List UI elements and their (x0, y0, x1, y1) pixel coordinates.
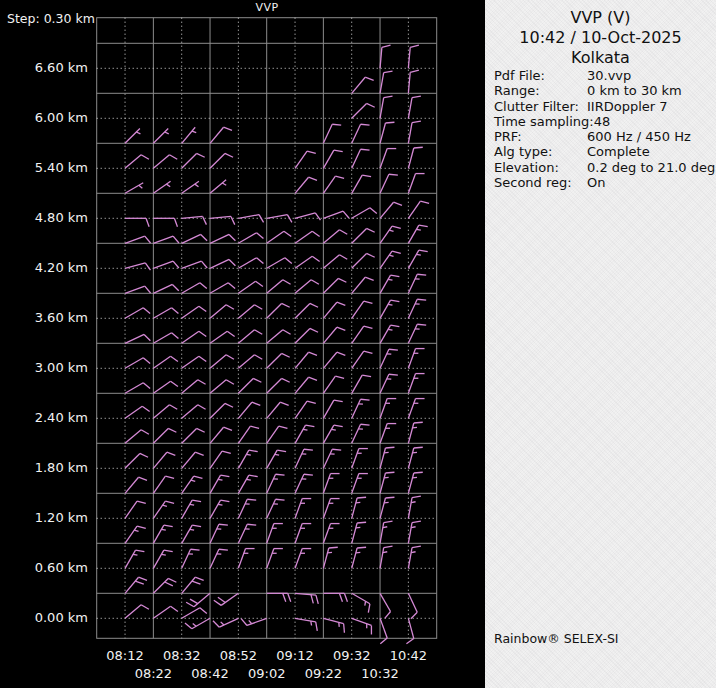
wind-barb-stroke (219, 549, 228, 550)
wind-barb-stroke (385, 497, 394, 498)
wind-barb-stroke (385, 472, 394, 473)
wind-barb-stroke (411, 552, 415, 553)
product-parameters: Pdf File:30.vvpRange:0 km to 30 kmClutte… (494, 68, 712, 190)
wind-barb-stroke (383, 552, 387, 553)
parameter-row: Time sampling:48 (494, 114, 712, 129)
parameter-row: Clutter Filter:IIRDoppler 7 (494, 99, 712, 114)
time-tick-label: 10:42 (385, 648, 431, 663)
wind-barb-stroke (417, 274, 426, 275)
parameter-label: Elevation: (494, 160, 587, 175)
time-tick-label: 09:12 (272, 648, 318, 663)
wind-barb-stroke (389, 349, 398, 350)
wind-barb-stroke (190, 504, 194, 505)
wind-barb-stroke (190, 529, 194, 530)
site-name: Kolkata (485, 48, 716, 68)
parameter-row: Alg type:Complete (494, 144, 712, 159)
product-title: VVP (V) (485, 8, 716, 28)
wind-profile-plot (0, 0, 485, 688)
time-tick-label: 08:12 (102, 648, 148, 663)
height-tick-label: 0.00 km (8, 610, 88, 625)
wind-barb-stroke (246, 479, 250, 480)
vvp-product-window: VVP Step: 0.30 km 6.60 km6.00 km5.40 km4… (0, 0, 716, 688)
height-tick-label: 3.00 km (8, 360, 88, 375)
wind-barb-stroke (414, 447, 423, 448)
parameter-label: Clutter Filter: (494, 99, 587, 114)
parameter-value: 30.vvp (587, 68, 631, 83)
wind-barb-stroke (161, 554, 165, 555)
wind-barb-stroke (303, 429, 307, 430)
parameter-label: Alg type: (494, 144, 587, 159)
wind-barb-stroke (332, 124, 341, 125)
wind-barb-stroke (361, 424, 370, 425)
parameter-value: IIRDoppler 7 (587, 99, 668, 114)
wind-barb-stroke (414, 422, 423, 423)
wind-barb-stroke (247, 499, 256, 500)
wind-barb-stroke (388, 329, 392, 330)
time-tick-label: 10:32 (357, 666, 403, 681)
time-tick-label: 08:42 (187, 666, 233, 681)
wind-barb-stroke (361, 399, 370, 400)
height-tick-label: 1.80 km (8, 460, 88, 475)
wind-barb-stroke (406, 639, 413, 644)
wind-barb-stroke (218, 504, 222, 505)
software-brand: Rainbow® SELEX-SI (494, 631, 619, 646)
wind-barb-stroke (414, 472, 423, 473)
wind-barb-stroke (417, 299, 426, 300)
wind-barb-stroke (357, 522, 366, 523)
wind-barb-stroke (161, 529, 165, 530)
parameter-value: 600 Hz / 450 Hz (587, 129, 691, 144)
parameter-label: PRF: (494, 129, 587, 144)
height-tick-label: 4.20 km (8, 260, 88, 275)
wind-barb-stroke (388, 279, 392, 280)
height-tick-label: 1.20 km (8, 510, 88, 525)
parameter-row: PRF:600 Hz / 450 Hz (494, 129, 712, 144)
wind-barb-stroke (332, 449, 341, 450)
wind-barb-stroke (365, 601, 366, 605)
wind-barb-stroke (380, 638, 387, 644)
wind-barb-stroke (411, 527, 415, 528)
parameter-label: Pdf File: (494, 68, 587, 83)
wind-barb-stroke (357, 547, 366, 548)
parameter-label: Time sampling: (494, 114, 594, 129)
height-tick-label: 0.60 km (8, 560, 88, 575)
wind-barb-stroke (357, 497, 366, 498)
parameter-label: Range: (494, 83, 587, 98)
wind-barb-stroke (416, 229, 420, 230)
product-datetime: 10:42 / 10-Oct-2025 (485, 28, 716, 48)
wind-barb-stroke (311, 621, 312, 625)
parameter-label: Second reg: (494, 175, 587, 190)
wind-barb-stroke (417, 324, 426, 325)
wind-barb-stroke (247, 524, 256, 525)
panel-header: VVP (V) 10:42 / 10-Oct-2025 Kolkata (485, 8, 716, 68)
wind-barb-stroke (191, 549, 200, 550)
height-tick-label: 6.00 km (8, 110, 88, 125)
wind-barb-stroke (304, 474, 313, 475)
parameter-value: 48 (594, 114, 611, 129)
wind-barb-stroke (389, 174, 398, 175)
wind-barb-stroke (383, 527, 387, 528)
parameter-value: 0.2 deg to 21.0 deg (587, 160, 715, 175)
time-tick-label: 08:22 (130, 666, 176, 681)
wind-barb-stroke (276, 474, 285, 475)
height-tick-label: 6.60 km (8, 60, 88, 75)
time-tick-label: 08:32 (159, 648, 205, 663)
wind-barb-stroke (329, 547, 338, 548)
time-tick-label: 08:52 (215, 648, 261, 663)
wind-barb-stroke (331, 429, 335, 430)
wind-barb-stroke (219, 524, 228, 525)
wind-barb-stroke (246, 454, 250, 455)
wind-barb-stroke (388, 304, 392, 305)
wind-barb-stroke (389, 374, 398, 375)
wind-barb-stroke (416, 254, 420, 255)
wind-barb-stroke (411, 502, 415, 503)
time-tick-label: 09:02 (244, 666, 290, 681)
wind-barb-stroke (218, 479, 222, 480)
parameter-row: Range:0 km to 30 km (494, 83, 712, 98)
wind-barb-stroke (414, 147, 423, 148)
wind-barb-stroke (304, 449, 313, 450)
parameter-row: Elevation:0.2 deg to 21.0 deg (494, 160, 712, 175)
parameter-value: 0 km to 30 km (587, 83, 682, 98)
wind-barb-stroke (275, 454, 279, 455)
wind-barb-stroke (276, 499, 285, 500)
wind-barb-stroke (385, 447, 394, 448)
